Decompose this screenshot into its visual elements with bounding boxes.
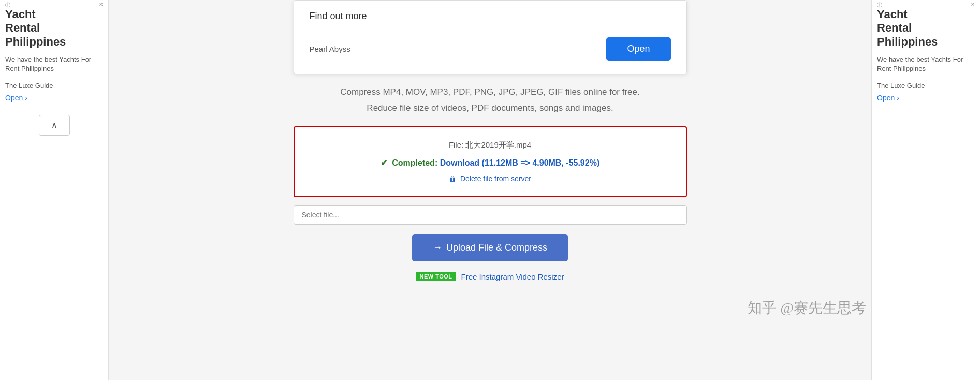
delete-text: Delete file from server [460, 174, 531, 183]
right-ad-open-label: Open [877, 94, 895, 102]
left-ad-content: Yacht Rental Philippines We have the bes… [0, 0, 108, 110]
scroll-top-icon: ∧ [51, 120, 57, 130]
left-ad-description: We have the best Yachts For Rent Philipp… [5, 55, 103, 74]
upload-button-label: Upload File & Compress [446, 242, 547, 253]
left-ad-open-link[interactable]: Open › [5, 94, 103, 102]
left-ad-title: Yacht Rental Philippines [5, 8, 103, 49]
left-ad-open-label: Open [5, 94, 23, 102]
popup-brand: Pearl Abyss [310, 45, 350, 53]
filename-value: 北大2019开学.mp4 [465, 140, 531, 149]
right-sidebar-ad: ⓘ ✕ Yacht Rental Philippines We have the… [871, 0, 980, 380]
right-ad-chevron-icon: › [897, 94, 899, 102]
check-icon: ✔ [381, 158, 387, 167]
left-ad-info-icon[interactable]: ⓘ [4, 1, 12, 9]
description-line1: Compress MP4, MOV, MP3, PDF, PNG, JPG, J… [340, 84, 639, 100]
file-select-input[interactable] [294, 205, 687, 225]
right-ad-close-icon[interactable]: ✕ [969, 1, 976, 8]
top-popup-box: Find out more Pearl Abyss Open [294, 0, 687, 74]
new-tool-badge: NEW TOOL [416, 272, 456, 281]
upload-arrow-icon: → [433, 242, 442, 253]
delete-file-link[interactable]: 🗑 Delete file from server [449, 174, 531, 183]
description-line2: Reduce file size of videos, PDF document… [340, 100, 639, 116]
trash-icon: 🗑 [449, 174, 456, 183]
page-wrapper: ⓘ ✕ Yacht Rental Philippines We have the… [0, 0, 980, 380]
filename-label: File: [449, 140, 463, 149]
new-tool-row: NEW TOOL Free Instagram Video Resizer [416, 272, 564, 281]
right-ad-open-link[interactable]: Open › [877, 94, 975, 102]
right-ad-content: Yacht Rental Philippines We have the bes… [872, 0, 980, 110]
right-ad-brand: The Luxe Guide [877, 82, 975, 90]
right-ad-info-icon[interactable]: ⓘ [875, 1, 884, 9]
main-content: Find out more Pearl Abyss Open Compress … [109, 0, 871, 380]
status-label: Completed: [392, 158, 437, 167]
left-ad-chevron-icon: › [25, 94, 27, 102]
result-box: File: 北大2019开学.mp4 ✔ Completed: Download… [294, 126, 687, 197]
right-ad-title: Yacht Rental Philippines [877, 8, 975, 49]
left-ad-brand: The Luxe Guide [5, 82, 103, 90]
file-select-area [294, 205, 687, 225]
download-link[interactable]: Download (11.12MB => 4.90MB, -55.92%) [440, 158, 600, 167]
new-tool-link[interactable]: Free Instagram Video Resizer [461, 272, 564, 281]
description-block: Compress MP4, MOV, MP3, PDF, PNG, JPG, J… [340, 84, 639, 116]
popup-find-more-text: Find out more [310, 11, 671, 22]
result-filename: File: 北大2019开学.mp4 [310, 140, 670, 150]
scroll-top-button[interactable]: ∧ [39, 115, 70, 136]
left-sidebar-ad: ⓘ ✕ Yacht Rental Philippines We have the… [0, 0, 109, 380]
popup-open-button[interactable]: Open [606, 37, 670, 61]
popup-footer: Pearl Abyss Open [310, 37, 671, 61]
left-ad-close-icon[interactable]: ✕ [97, 1, 105, 8]
delete-row: 🗑 Delete file from server [310, 174, 670, 183]
upload-compress-button[interactable]: → Upload File & Compress [412, 234, 568, 261]
right-ad-description: We have the best Yachts For Rent Philipp… [877, 55, 975, 74]
result-status: ✔ Completed: Download (11.12MB => 4.90MB… [310, 158, 670, 168]
